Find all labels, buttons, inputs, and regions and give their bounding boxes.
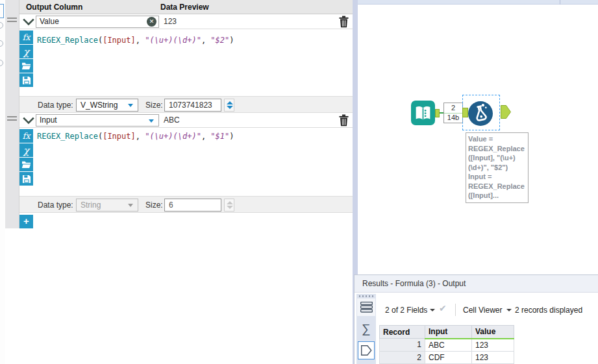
folder-icon [21,62,31,70]
text-input-tool[interactable] [411,101,435,125]
annotation-line: ([Input], "(\u+) [468,153,526,163]
trash-icon[interactable] [338,114,349,127]
results-table-head: RecordInputValue [380,326,514,339]
size-label: Size: [145,101,163,110]
open-expression-button[interactable] [19,158,33,171]
table-view-button[interactable] [357,298,375,316]
fields-dropdown[interactable]: 2 of 2 Fields [385,306,427,315]
table-row: 2CDF123 [380,351,514,363]
fx-icon: fx [22,131,30,141]
floppy-icon [22,76,31,85]
table-cell[interactable]: 1 [380,339,425,352]
data-preview-value: ABC [164,115,180,125]
table-cell[interactable]: 2 [380,351,425,363]
fx-icon: fx [22,32,30,42]
save-expression-button[interactable] [19,172,33,186]
add-expression-button[interactable]: + [19,215,33,228]
drag-handle-icon[interactable] [7,116,17,123]
insert-function-button[interactable]: fx [19,129,33,143]
palette-edge-icon [0,22,3,29]
chevron-down-icon[interactable] [22,115,35,125]
results-side-strip: ∑ [356,294,376,364]
save-expression-button[interactable] [19,73,33,87]
table-cell[interactable]: 123 [472,351,514,363]
drag-handle-icon[interactable] [359,295,373,297]
connection-badge[interactable]: 2 14b [443,103,463,123]
rows-icon [360,302,373,313]
column-header-input[interactable]: Input [425,326,472,339]
output-anchor-tab-button[interactable] [358,341,375,359]
data-type-select[interactable]: V_WString [76,99,138,112]
results-title: Results - Formula (3) - Output [362,279,466,288]
drag-handle-icon[interactable] [7,18,17,24]
output-anchor[interactable] [501,105,511,119]
app-screen: Output Column Data Preview Value ✕ 123 [0,0,598,364]
output-column-select[interactable]: Input [36,114,159,127]
table-row: 1ABC123 [380,339,514,352]
annotation-line: Value = [468,134,526,144]
size-input[interactable]: 1073741823 [164,99,221,112]
table-cell[interactable]: ABC [425,339,472,352]
size-spinner[interactable] [224,99,234,112]
results-title-bar: Results - Formula (3) - Output [355,275,598,293]
results-panel: Results - Formula (3) - Output ∑ 2 of 2 … [354,274,598,364]
expression-row: Input ABC [19,113,353,128]
data-preview-value: 123 [164,17,177,26]
book-icon [414,104,432,123]
sigma-icon: ∑ [362,322,371,336]
results-table: RecordInputValue 1ABC1232CDF123 [379,325,514,364]
formula-editor-toolbar: fx χ [19,30,33,88]
table-cell[interactable]: CDF [425,351,472,363]
pentagon-icon [360,344,373,357]
tool-annotation: Value =REGEX_Replace([Input], "(\u+)(\d+… [466,132,529,203]
spinner-down-icon[interactable] [227,106,233,109]
spinner-up-icon [227,201,233,204]
formula-expression[interactable]: REGEX_Replace([Input], "(\u+)(\d+)", "$2… [37,36,234,45]
spinner-up-icon[interactable] [227,101,233,104]
chevron-down-icon[interactable] [430,309,435,311]
formula-expression[interactable]: REGEX_Replace([Input], "(\u+)(\d+)", "$1… [37,132,234,141]
folder-icon [21,160,31,169]
open-expression-button[interactable] [19,59,33,73]
trash-icon[interactable] [338,16,349,28]
canvas-top-divider [560,0,560,5]
data-type-label: Data type: [38,200,73,210]
chevron-down-icon [128,104,133,107]
insert-variable-button[interactable]: χ [19,45,33,58]
apply-check-icon[interactable]: ✔ [439,303,447,313]
palette-edge-icon [0,60,3,66]
formula-tool[interactable] [468,101,493,126]
size-label: Size: [145,200,163,210]
output-column-input[interactable]: Value ✕ [36,16,159,28]
formula-config-panel: Output Column Data Preview Value ✕ 123 [0,0,353,364]
column-header-preview: Data Preview [160,3,209,12]
annotation-line: ([Input]... [468,191,526,200]
insert-variable-button[interactable]: χ [19,143,33,157]
cell-viewer-dropdown[interactable]: Cell Viewer [463,306,502,315]
records-displayed: 2 records displayed [515,306,582,315]
chevron-down-icon [149,119,154,123]
chevron-down-icon[interactable] [506,309,512,311]
expression-gutter [5,0,19,228]
column-header-value[interactable]: Value [472,326,514,339]
data-type-label: Data type: [38,101,73,110]
metadata-view-button[interactable]: ∑ [358,320,375,337]
column-header-record[interactable]: Record [380,326,425,339]
results-table-body: 1ABC1232CDF123 [380,339,514,364]
annotation-line: REGEX_Replace [468,144,526,154]
input-anchor[interactable] [462,108,468,117]
clear-input-icon[interactable]: ✕ [147,17,156,27]
chevron-down-icon[interactable] [22,17,35,27]
floppy-icon [22,175,31,184]
chevron-down-icon [128,204,133,207]
insert-function-button[interactable]: fx [19,30,33,44]
palette-edge [0,0,5,364]
table-cell[interactable]: 123 [472,339,514,352]
formula-editor-toolbar: fx χ [19,129,33,186]
spinner-down-icon [227,206,233,209]
size-input: 6 [164,199,221,212]
canvas-top-strip [358,0,598,5]
palette-edge-selection [0,4,4,18]
output-anchor[interactable] [435,109,440,117]
data-type-select: String [76,199,138,212]
